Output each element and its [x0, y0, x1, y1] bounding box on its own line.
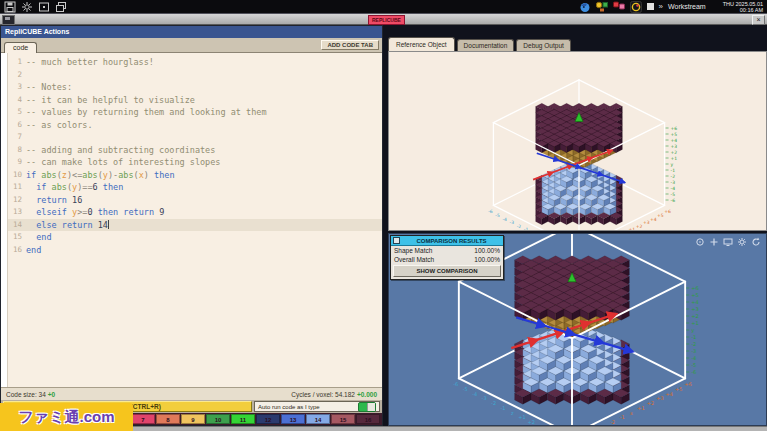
svg-text:-3: -3 [671, 180, 676, 185]
comparison-rows: Shape Match100.00%Overall Match100.00% [391, 246, 503, 264]
tab-debug-output[interactable]: Debug Output [516, 39, 570, 51]
taskbar-replicube-badge[interactable]: REPLICUBE [368, 15, 405, 25]
palette-color-15[interactable]: 15 [331, 414, 355, 424]
palette-color-11[interactable]: 11 [231, 414, 255, 424]
code-editor[interactable]: 1-- much better hourglass!23-- Notes:4--… [1, 53, 382, 387]
code-line-13: 13 elseif y>=0 then return 9 [8, 206, 382, 219]
palette-color-16[interactable]: 16 [356, 414, 380, 424]
svg-text:+1: +1 [691, 320, 698, 326]
output-panel[interactable]: +6+5+4+3+2+1y-1-2-3-4-5-6-6-5-4-3-2-1z+1… [388, 233, 767, 426]
svg-text:+6: +6 [685, 381, 692, 387]
replicube-app-icon[interactable] [630, 1, 642, 13]
palette-color-9[interactable]: 9 [181, 414, 205, 424]
svg-text:x: x [630, 410, 633, 416]
svg-text:+1: +1 [518, 414, 525, 420]
palette-color-14[interactable]: 14 [306, 414, 330, 424]
svg-text:+2: +2 [691, 313, 698, 319]
tab-code[interactable]: code [4, 42, 37, 53]
topbar-status-icons [579, 1, 642, 13]
svg-text:+1: +1 [671, 156, 678, 161]
svg-text:+4: +4 [666, 391, 673, 397]
svg-text:-6: -6 [488, 209, 493, 214]
creature-icon[interactable] [579, 1, 591, 13]
editor-tabrow: code ADD CODE TAB [1, 38, 382, 53]
svg-text:+5: +5 [671, 132, 678, 137]
autorun-toggle[interactable] [358, 402, 376, 412]
refresh-icon[interactable] [751, 237, 761, 247]
svg-text:+4: +4 [691, 299, 698, 305]
svg-text:+5: +5 [657, 213, 664, 218]
window-icon[interactable] [647, 3, 654, 10]
target-icon[interactable] [695, 237, 705, 247]
comparison-titlebar[interactable]: COMPARISON RESULTS [391, 236, 503, 246]
clock-time: 00:16 AM [723, 7, 763, 13]
hearts-icon[interactable] [613, 1, 625, 13]
svg-text:+3: +3 [537, 424, 544, 425]
svg-text:-2: -2 [691, 341, 696, 347]
code-line-5: 5-- values by returning them and looking… [8, 106, 382, 119]
svg-text:+3: +3 [643, 220, 650, 225]
right-panel-tabs: Reference ObjectDocumentationDebug Outpu… [388, 34, 767, 51]
coins-icon[interactable] [596, 1, 608, 13]
close-button[interactable]: × [752, 15, 765, 25]
editor-window-title[interactable]: RepliCUBE Actions [1, 26, 382, 38]
package-icon[interactable] [38, 1, 50, 13]
code-line-2: 2 [8, 69, 382, 82]
svg-text:+3: +3 [691, 306, 698, 312]
topbar-left-icons [4, 1, 67, 13]
code-line-3: 3-- Notes: [8, 81, 382, 94]
cycles-label: Cycles / voxel: 54.182 [291, 391, 355, 398]
svg-text:-1: -1 [671, 168, 676, 173]
reference-object-panel[interactable]: +6+5+4+3+2+1y-1-2-3-4-5-6-6-5-4-3-2-1z+1… [388, 51, 767, 231]
tab-reference-object[interactable]: Reference Object [388, 37, 455, 51]
autorun-panel: Auto run code as I type [254, 401, 380, 412]
svg-text:-2: -2 [491, 400, 496, 406]
settings-icon[interactable] [737, 237, 747, 247]
svg-text:+5: +5 [691, 292, 698, 298]
code-line-10: 10if abs(z)<=abs(y)-abs(x) then [8, 169, 382, 182]
svg-text:+6: +6 [664, 209, 671, 214]
svg-text:+2: +2 [647, 400, 654, 406]
palette-color-7[interactable]: 7 [131, 414, 155, 424]
svg-text:-5: -5 [495, 213, 500, 218]
save-icon[interactable] [4, 1, 16, 13]
svg-text:-1: -1 [620, 414, 625, 420]
palette-color-8[interactable]: 8 [156, 414, 180, 424]
code-size-delta: +0 [48, 391, 55, 398]
svg-text:-2: -2 [671, 174, 676, 179]
code-line-4: 4-- it can be helpful to visualize [8, 94, 382, 107]
taskbar-app-icon[interactable] [2, 15, 15, 25]
svg-text:+2: +2 [671, 150, 678, 155]
svg-text:+5: +5 [675, 386, 682, 392]
chevron-right-icon: » [659, 2, 663, 12]
palette-color-13[interactable]: 13 [281, 414, 305, 424]
svg-text:-1: -1 [691, 334, 696, 340]
screen-icon[interactable] [723, 237, 733, 247]
add-code-tab-button[interactable]: ADD CODE TAB [321, 40, 379, 50]
svg-text:+3: +3 [656, 395, 663, 401]
svg-text:-3: -3 [691, 348, 696, 354]
palette-color-10[interactable]: 10 [206, 414, 230, 424]
plus-icon[interactable] [709, 237, 719, 247]
svg-text:-6: -6 [453, 381, 458, 387]
code-line-15: 15 end [8, 231, 382, 244]
cycles-delta: +0.000 [357, 391, 377, 398]
svg-text:-6: -6 [671, 198, 676, 203]
svg-text:-4: -4 [502, 217, 507, 222]
show-comparison-button[interactable]: SHOW COMPARISON [393, 265, 501, 277]
editor-status-row: Code size: 34 +0 Cycles / voxel: 54.182 … [1, 387, 382, 400]
comparison-row: Shape Match100.00% [391, 246, 503, 255]
svg-text:-2: -2 [610, 419, 615, 425]
svg-text:-5: -5 [463, 386, 468, 392]
palette-color-12[interactable]: 12 [256, 414, 280, 424]
svg-text:-4: -4 [472, 391, 477, 397]
checkbox-icon[interactable] [393, 237, 400, 244]
svg-text:-1: -1 [524, 227, 529, 230]
tab-documentation[interactable]: Documentation [457, 39, 515, 51]
comparison-row: Overall Match100.00% [391, 255, 503, 264]
gear-icon[interactable] [21, 1, 33, 13]
workstream-label[interactable]: Workstream [668, 3, 706, 10]
svg-text:-3: -3 [510, 220, 515, 225]
windows-icon[interactable] [55, 1, 67, 13]
svg-text:+6: +6 [671, 126, 678, 131]
